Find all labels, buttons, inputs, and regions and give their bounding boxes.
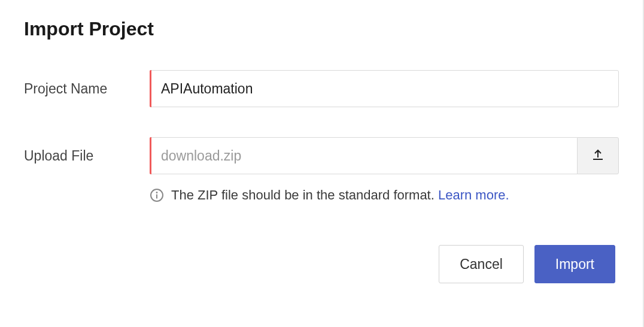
project-name-input[interactable] — [150, 70, 619, 107]
project-name-label: Project Name — [24, 81, 150, 97]
learn-more-link[interactable]: Learn more. — [438, 187, 509, 202]
upload-file-input-wrap: download.zip — [150, 137, 619, 174]
project-name-row: Project Name — [24, 70, 619, 107]
hint-row: The ZIP file should be in the standard f… — [150, 187, 619, 203]
dialog-title: Import Project — [24, 18, 619, 40]
import-project-dialog: Import Project Project Name Upload File … — [0, 0, 643, 307]
info-icon — [150, 188, 164, 202]
upload-file-row: Upload File download.zip — [24, 137, 619, 174]
upload-file-display[interactable]: download.zip — [150, 137, 577, 174]
hint-text: The ZIP file should be in the standard f… — [171, 187, 438, 202]
upload-button[interactable] — [577, 137, 619, 174]
import-button[interactable]: Import — [534, 245, 615, 283]
upload-file-label: Upload File — [24, 148, 150, 164]
upload-file-name: download.zip — [161, 148, 241, 164]
cancel-button[interactable]: Cancel — [439, 245, 524, 283]
svg-point-1 — [156, 192, 158, 193]
svg-rect-2 — [156, 195, 157, 199]
dialog-actions: Cancel Import — [24, 245, 619, 283]
project-name-input-wrap — [150, 70, 619, 107]
upload-icon — [591, 147, 605, 164]
